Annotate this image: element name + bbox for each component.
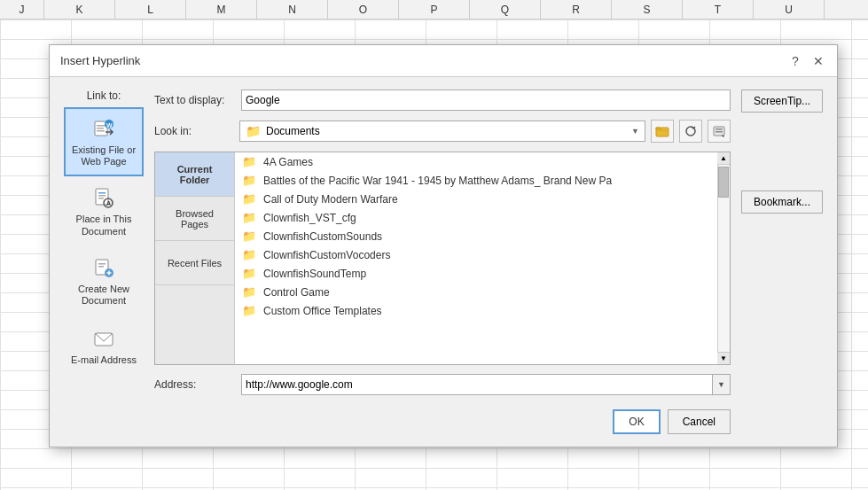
file-list: 📁 4A Games 📁 Battles of the Pacific War … <box>235 152 730 364</box>
file-name: 4A Games <box>263 156 313 168</box>
right-side-buttons: ScreenTip... Bookmark... <box>741 89 823 434</box>
column-headers: J K L M N O P Q R S T U <box>0 0 868 19</box>
address-dropdown-btn[interactable]: ▼ <box>712 375 730 394</box>
col-t: T <box>683 0 754 19</box>
email-label: E-mail Address <box>71 354 137 366</box>
insert-hyperlink-dialog: Insert Hyperlink ? ✕ Link to: W <box>49 44 838 447</box>
file-item[interactable]: 📁 ClownfishCustomVocoders <box>235 245 730 264</box>
link-type-email[interactable]: E-mail Address <box>64 315 144 376</box>
col-n: N <box>257 0 328 19</box>
svg-rect-20 <box>660 130 667 131</box>
look-in-select[interactable]: 📁 Documents ▼ <box>239 121 645 142</box>
svg-text:A: A <box>106 200 111 206</box>
text-to-display-label: Text to display: <box>154 94 234 106</box>
svg-rect-23 <box>716 128 723 130</box>
bookmark-button[interactable]: Bookmark... <box>741 191 823 214</box>
file-item[interactable]: 📁 Custom Office Templates <box>235 301 730 320</box>
dialog-controls: ? ✕ <box>787 53 826 69</box>
existing-file-label: Existing File or Web Page <box>69 144 138 167</box>
address-input[interactable] <box>242 375 712 394</box>
file-browser-sidebar: Current Folder Browsed Pages Recent File… <box>155 152 235 364</box>
look-in-dropdown-arrow: ▼ <box>631 127 639 136</box>
col-r: R <box>541 0 612 19</box>
file-browser: Current Folder Browsed Pages Recent File… <box>154 152 731 365</box>
text-to-display-input[interactable] <box>241 89 731 111</box>
browse-folder-btn[interactable] <box>651 120 674 143</box>
file-name: ClownfishCustomSounds <box>263 230 382 243</box>
look-in-value: Documents <box>266 125 626 137</box>
scroll-down-btn[interactable]: ▼ <box>717 352 730 364</box>
link-type-this-document[interactable]: A Place in This Document <box>64 176 144 245</box>
dialog-body: Link to: W Existing File or Web Page <box>50 77 837 447</box>
email-icon <box>91 326 116 351</box>
svg-rect-7 <box>98 192 106 194</box>
file-item[interactable]: 📁 ClownfishCustomSounds <box>235 227 730 245</box>
col-s: S <box>612 0 683 19</box>
close-button[interactable]: ✕ <box>810 53 826 69</box>
link-to-label: Link to: <box>64 89 144 102</box>
this-document-label: Place in This Document <box>69 214 138 237</box>
folder-icon-item: 📁 <box>242 192 256 206</box>
address-row: Address: ▼ <box>154 374 731 395</box>
folder-icon-item: 📁 <box>242 248 256 261</box>
ok-button[interactable]: OK <box>613 409 660 434</box>
help-button[interactable]: ? <box>787 53 803 69</box>
file-item[interactable]: 📁 4A Games <box>235 152 730 171</box>
scroll-thumb[interactable] <box>718 167 729 198</box>
svg-rect-13 <box>98 263 106 265</box>
look-in-label: Look in: <box>154 125 234 137</box>
svg-rect-3 <box>97 130 105 132</box>
folder-icon-item: 📁 <box>242 155 256 168</box>
file-name: Battles of the Pacific War 1941 - 1945 b… <box>263 175 612 187</box>
col-p: P <box>399 0 470 19</box>
folder-icon-item: 📁 <box>242 229 256 243</box>
file-name: ClownfishCustomVocoders <box>263 249 390 261</box>
folder-icon-item: 📁 <box>242 285 256 299</box>
file-name: Control Game <box>263 286 330 299</box>
current-folder-btn[interactable]: Current Folder <box>155 152 234 197</box>
scrollbar[interactable]: ▲ ▼ <box>717 152 730 364</box>
dialog-title: Insert Hyperlink <box>60 54 140 67</box>
svg-rect-1 <box>97 125 106 127</box>
browsed-pages-btn[interactable]: Browsed Pages <box>155 197 234 241</box>
col-j: J <box>0 0 44 19</box>
svg-rect-24 <box>716 131 723 133</box>
col-u: U <box>754 0 825 19</box>
recent-files-btn[interactable]: Recent Files <box>155 241 234 285</box>
refresh-btn[interactable] <box>679 120 702 143</box>
text-to-display-row: Text to display: <box>154 89 731 111</box>
folder-icon: 📁 <box>246 124 261 138</box>
svg-text:W: W <box>106 122 113 128</box>
col-l: L <box>115 0 186 19</box>
create-new-label: Create New Document <box>69 284 138 307</box>
file-name: Call of Duty Modern Warfare <box>263 193 398 206</box>
file-item[interactable]: 📁 Call of Duty Modern Warfare <box>235 190 730 208</box>
dialog-bottom-buttons: OK Cancel <box>154 404 731 434</box>
link-type-existing-file[interactable]: W Existing File or Web Page <box>64 107 144 176</box>
svg-rect-14 <box>98 266 104 268</box>
link-type-sidebar: Link to: W Existing File or Web Page <box>64 89 144 434</box>
col-q: Q <box>470 0 541 19</box>
this-document-icon: A <box>91 185 116 210</box>
address-input-wrap: ▼ <box>241 374 731 395</box>
link-type-create-new[interactable]: Create New Document <box>64 246 144 315</box>
file-item[interactable]: 📁 Clownfish_VST_cfg <box>235 208 730 227</box>
screentip-button[interactable]: ScreenTip... <box>741 89 823 113</box>
folder-icon-item: 📁 <box>242 267 256 280</box>
folder-icon-item: 📁 <box>242 211 256 224</box>
file-item[interactable]: 📁 ClownfishSoundTemp <box>235 264 730 283</box>
scroll-up-btn[interactable]: ▲ <box>717 152 730 165</box>
file-item[interactable]: 📁 Battles of the Pacific War 1941 - 1945… <box>235 171 730 190</box>
col-k: K <box>44 0 115 19</box>
file-item[interactable]: 📁 Control Game <box>235 283 730 301</box>
col-o: O <box>328 0 399 19</box>
folder-icon-item: 📁 <box>242 174 256 187</box>
cancel-button[interactable]: Cancel <box>668 409 731 434</box>
file-name: Clownfish_VST_cfg <box>263 212 356 224</box>
svg-rect-9 <box>98 198 104 199</box>
file-name: Custom Office Templates <box>263 305 382 317</box>
create-new-icon <box>91 255 116 280</box>
file-name: ClownfishSoundTemp <box>263 268 366 280</box>
tools-btn[interactable] <box>708 120 731 143</box>
existing-file-icon: W <box>91 116 116 141</box>
